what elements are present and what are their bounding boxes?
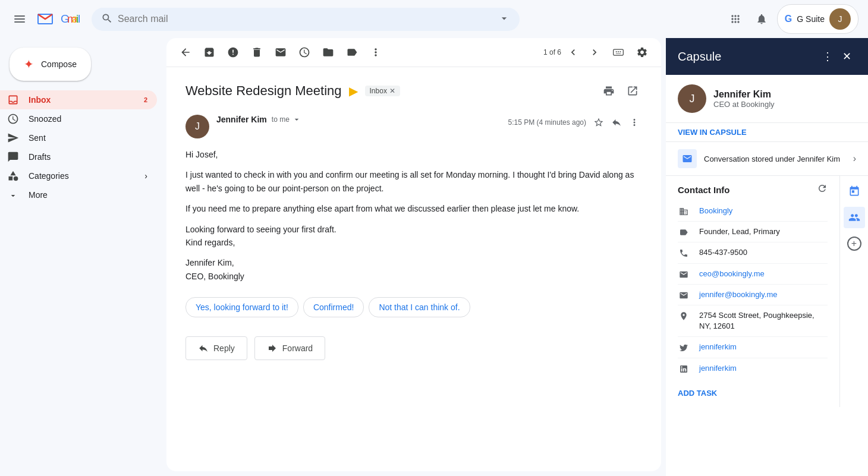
sender-to[interactable]: to me bbox=[272, 115, 301, 124]
print-button[interactable] bbox=[599, 81, 618, 100]
compose-label: Compose bbox=[41, 59, 77, 69]
reply-quick-button[interactable] bbox=[609, 115, 624, 130]
next-email-button[interactable] bbox=[585, 43, 604, 62]
refresh-button[interactable] bbox=[817, 183, 828, 196]
open-in-new-window-button[interactable] bbox=[623, 81, 642, 100]
report-spam-button[interactable] bbox=[224, 43, 243, 62]
contact-info-body: Bookingly Founder, Lead, Primary bbox=[666, 201, 839, 379]
sidebar-item-drafts[interactable]: Drafts bbox=[0, 147, 157, 166]
settings-button[interactable] bbox=[633, 43, 652, 62]
capsule-tab-add[interactable]: + bbox=[844, 233, 865, 254]
contact-phone: 845-437-9500 bbox=[699, 247, 747, 258]
sidebar-item-categories[interactable]: Categories › bbox=[0, 166, 157, 185]
search-icon bbox=[101, 12, 113, 26]
sidebar-item-inbox-label: Inbox bbox=[29, 95, 51, 105]
email-subject: Website Redesign Meeting bbox=[185, 83, 342, 99]
svg-rect-10 bbox=[9, 176, 13, 181]
snooze-button[interactable] bbox=[295, 43, 314, 62]
phone-icon bbox=[678, 248, 690, 258]
sender-name: Jennifer Kim bbox=[216, 115, 267, 124]
search-input[interactable] bbox=[118, 14, 493, 24]
contact-info-header: Contact Info bbox=[666, 176, 839, 201]
sidebar-item-snoozed[interactable]: Snoozed bbox=[0, 109, 157, 128]
user-avatar: J bbox=[829, 8, 851, 30]
email-content: Website Redesign Meeting ▶ Inbox ✕ J bbox=[166, 67, 661, 471]
prev-email-button[interactable] bbox=[564, 43, 583, 62]
twitter-icon bbox=[678, 343, 690, 352]
gsuite-badge[interactable]: G G Suite J bbox=[777, 4, 858, 34]
capsule-contact-row: J Jennifer Kim CEO at Bookingly bbox=[666, 75, 868, 123]
label-button[interactable] bbox=[342, 43, 361, 62]
inbox-icon bbox=[7, 94, 19, 106]
forward-label: Forward bbox=[282, 343, 313, 353]
move-button[interactable] bbox=[319, 43, 338, 62]
contact-email1[interactable]: ceo@bookingly.me bbox=[699, 269, 765, 279]
view-in-capsule-link[interactable]: VIEW IN CAPSULE bbox=[666, 123, 868, 142]
conversation-stored-section: Conversation stored under Jennifer Kim › bbox=[666, 142, 868, 176]
search-dropdown-icon[interactable] bbox=[498, 12, 510, 26]
contact-email2[interactable]: jennifer@bookingly.me bbox=[699, 289, 777, 300]
star-button[interactable] bbox=[591, 115, 606, 130]
contact-linkedin[interactable]: jenniferkim bbox=[699, 363, 737, 374]
page-info: 1 of 6 bbox=[543, 48, 561, 56]
sidebar-item-more[interactable]: More bbox=[0, 185, 157, 204]
more-actions-button[interactable] bbox=[366, 43, 385, 62]
tags-icon bbox=[678, 228, 690, 237]
company-name[interactable]: Bookingly bbox=[699, 206, 732, 216]
inbox-tag-close-icon[interactable]: ✕ bbox=[389, 87, 395, 95]
snoozed-icon bbox=[7, 113, 19, 125]
sidebar-item-sent[interactable]: Sent bbox=[0, 128, 157, 147]
drafts-icon bbox=[7, 151, 19, 163]
subject-actions bbox=[599, 81, 642, 100]
forward-button[interactable]: Forward bbox=[254, 336, 325, 360]
reply-forward-row: Reply Forward bbox=[185, 336, 642, 374]
contact-twitter-row: jenniferkim bbox=[678, 337, 828, 358]
quick-reply-3[interactable]: Not that I can think of. bbox=[369, 297, 470, 317]
capsule-tab-contacts[interactable] bbox=[844, 207, 865, 228]
quick-reply-2[interactable]: Confirmed! bbox=[303, 297, 364, 317]
message-body: Hi Josef, I just wanted to check in with… bbox=[185, 148, 642, 283]
hamburger-button[interactable] bbox=[10, 11, 30, 27]
sender-info: Jennifer Kim to me bbox=[216, 115, 508, 127]
gsuite-label: G Suite bbox=[797, 14, 825, 24]
more-message-actions-button[interactable] bbox=[627, 115, 642, 130]
reply-button[interactable]: Reply bbox=[185, 336, 247, 360]
add-task-button[interactable]: ADD TASK bbox=[678, 389, 717, 398]
company-icon bbox=[678, 207, 690, 216]
capsule-more-button[interactable]: ⋮ bbox=[817, 48, 838, 65]
email1-icon bbox=[678, 270, 690, 279]
inbox-tag[interactable]: Inbox ✕ bbox=[365, 86, 400, 96]
compose-button[interactable]: ✦ Compose bbox=[10, 48, 91, 81]
reply-label: Reply bbox=[213, 343, 235, 353]
quick-replies: Yes, looking forward to it! Confirmed! N… bbox=[185, 297, 642, 317]
notifications-button[interactable] bbox=[751, 8, 772, 30]
quick-reply-1[interactable]: Yes, looking forward to it! bbox=[185, 297, 298, 317]
compose-plus-icon: ✦ bbox=[24, 57, 34, 71]
capsule-contact-name: Jennifer Kim bbox=[713, 89, 775, 100]
body-greeting: Hi Josef, bbox=[185, 148, 642, 161]
contact-twitter[interactable]: jenniferkim bbox=[699, 342, 737, 352]
delete-button[interactable] bbox=[247, 43, 266, 62]
keyboard-shortcuts-button[interactable] bbox=[609, 43, 628, 62]
mark-unread-button[interactable] bbox=[271, 43, 290, 62]
email-store-icon bbox=[678, 149, 697, 168]
capsule-close-button[interactable]: ✕ bbox=[838, 48, 856, 65]
body-para2: If you need me to prepare anything else … bbox=[185, 202, 642, 215]
inbox-tag-label: Inbox bbox=[370, 87, 387, 95]
topbar: G m a i l G G Suite J bbox=[0, 0, 868, 38]
message-timestamp: 5:15 PM (4 minutes ago) bbox=[508, 118, 586, 127]
archive-button[interactable] bbox=[200, 43, 219, 62]
sidebar-item-drafts-label: Drafts bbox=[29, 152, 51, 162]
svg-text:l: l bbox=[78, 12, 80, 25]
back-button[interactable] bbox=[176, 43, 195, 62]
capsule-body: J Jennifer Kim CEO at Bookingly VIEW IN … bbox=[666, 75, 868, 476]
apps-button[interactable] bbox=[725, 8, 746, 30]
capsule-title: Capsule bbox=[678, 50, 817, 64]
sidebar-item-inbox[interactable]: Inbox 2 bbox=[0, 90, 157, 109]
capsule-icon-column: + bbox=[839, 176, 868, 407]
search-bar bbox=[92, 8, 520, 31]
capsule-tab-calendar[interactable] bbox=[844, 181, 865, 202]
sidebar-item-categories-label: Categories bbox=[29, 171, 69, 181]
capsule-panel: Capsule ⋮ ✕ J Jennifer Kim CEO at Bookin… bbox=[666, 38, 868, 476]
svg-point-9 bbox=[14, 176, 18, 181]
